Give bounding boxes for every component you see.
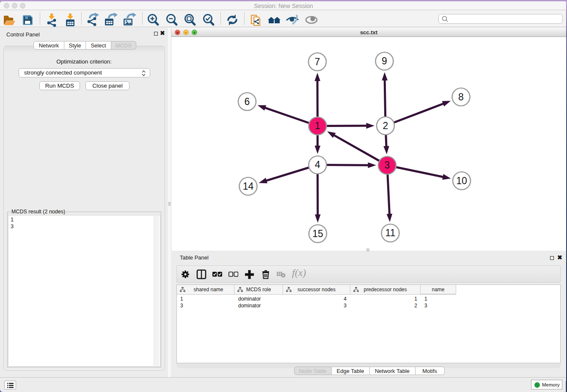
svg-text:10: 10: [456, 175, 467, 186]
svg-text:4: 4: [315, 159, 320, 170]
svg-text:2: 2: [383, 120, 388, 131]
svg-text:7: 7: [315, 56, 320, 67]
svg-text:8: 8: [458, 91, 464, 102]
svg-text:9: 9: [382, 55, 387, 66]
svg-text:11: 11: [385, 227, 396, 238]
svg-text:1: 1: [315, 120, 320, 131]
svg-text:3: 3: [385, 160, 390, 171]
svg-text:15: 15: [312, 228, 323, 239]
svg-text:6: 6: [245, 96, 250, 107]
svg-text:14: 14: [243, 181, 254, 192]
